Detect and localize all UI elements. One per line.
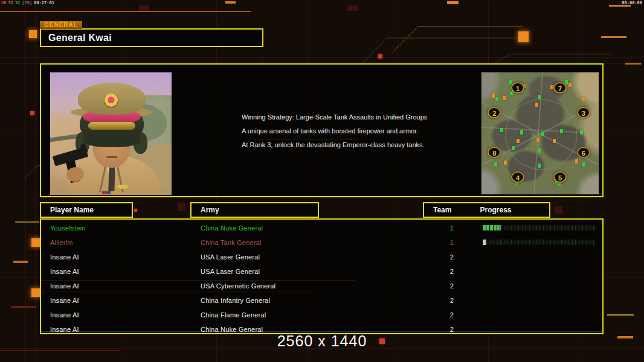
progress-bar bbox=[482, 239, 597, 246]
map-supply-marker bbox=[541, 132, 544, 136]
player-name: Insane AI bbox=[50, 297, 79, 304]
strategy-line: A unique arsenal of tanks with boosted f… bbox=[242, 124, 435, 138]
map-start-position-6: 6 bbox=[577, 147, 590, 158]
player-row: AlilerimChina Tank General1 bbox=[41, 235, 602, 250]
player-row: Insane AIUSA Laser General2 bbox=[41, 250, 602, 264]
debug-segment: 00:27:01 bbox=[34, 1, 54, 5]
map-supply-marker bbox=[500, 128, 503, 132]
deco-dash bbox=[11, 306, 36, 308]
deco-darkred-square bbox=[178, 203, 185, 211]
player-team: 2 bbox=[445, 282, 459, 290]
player-team: 2 bbox=[445, 311, 459, 319]
cap-emblem bbox=[104, 94, 118, 108]
map-start-position-4: 4 bbox=[511, 171, 524, 183]
player-row: Insane AIUSA Laser General2 bbox=[41, 264, 602, 279]
header-player-name: Player Name bbox=[40, 202, 133, 218]
ribbon-bar bbox=[102, 191, 118, 194]
debug-segment: 32 bbox=[15, 1, 20, 5]
player-army: USA Laser General bbox=[201, 268, 260, 275]
loading-screen: UR3132[59]00:27:01 00:00:00 GENERAL Gene… bbox=[0, 0, 644, 362]
map-start-position-7: 7 bbox=[553, 82, 567, 94]
player-name: Insane AI bbox=[50, 268, 79, 275]
header-army: Army bbox=[190, 202, 319, 218]
general-name-box: General Kwai bbox=[40, 28, 263, 47]
player-table: YousefsteinChina Nuke General1AlilerimCh… bbox=[40, 218, 604, 334]
deco-dash bbox=[447, 1, 459, 4]
player-army: USA Cybernetic General bbox=[201, 282, 275, 290]
map-start-position-5: 5 bbox=[553, 171, 567, 183]
player-army: USA Laser General bbox=[201, 253, 260, 261]
player-team: 1 bbox=[445, 224, 459, 232]
player-name: Insane AI bbox=[50, 253, 79, 261]
map-supply-marker bbox=[512, 146, 515, 150]
general-tag-label: GENERAL bbox=[40, 21, 82, 29]
deco-orange-square bbox=[518, 31, 529, 42]
player-row: Insane AIChina Infantry General2 bbox=[41, 293, 602, 308]
deco-darkred-square bbox=[139, 5, 149, 11]
deco-dash bbox=[601, 36, 626, 38]
debug-overlay: UR3132[59]00:27:01 bbox=[1, 1, 56, 6]
map-supply-marker bbox=[520, 130, 523, 135]
deco-dash bbox=[15, 221, 39, 223]
player-name: Insane AI bbox=[50, 282, 79, 290]
player-name: Alilerim bbox=[50, 239, 73, 246]
player-name: Insane AI bbox=[50, 311, 79, 319]
map-oil-marker bbox=[535, 103, 538, 107]
strategy-line: Winning Strategy: Large-Scale Tank Assau… bbox=[242, 110, 435, 124]
map-supply-marker bbox=[495, 97, 498, 101]
deco-orange-square bbox=[31, 288, 40, 297]
debug-segment: 31 bbox=[8, 1, 13, 5]
map-oil-marker bbox=[582, 97, 585, 101]
player-row: YousefsteinChina Nuke General1 bbox=[41, 221, 602, 235]
debug-segment: UR bbox=[1, 1, 6, 5]
map-oil-marker bbox=[517, 139, 520, 143]
mouth bbox=[106, 156, 117, 158]
header-team-progress: Team Progress bbox=[423, 202, 550, 218]
player-row: Insane AIUSA Cybernetic General2 bbox=[41, 279, 602, 293]
map-oil-marker bbox=[504, 160, 507, 165]
map-supply-marker bbox=[509, 80, 512, 84]
player-team: 2 bbox=[445, 297, 459, 304]
header-team-label: Team bbox=[424, 206, 451, 214]
player-team: 2 bbox=[445, 253, 459, 261]
map-oil-marker bbox=[568, 83, 572, 87]
map-supply-marker bbox=[494, 162, 497, 167]
deco-dash bbox=[607, 314, 634, 316]
deco-dash bbox=[13, 261, 28, 263]
tie bbox=[108, 164, 115, 193]
map-start-position-1: 1 bbox=[511, 82, 524, 94]
map-supply-marker bbox=[538, 164, 541, 168]
player-army: China Nuke General bbox=[201, 224, 263, 232]
map-oil-marker bbox=[503, 96, 506, 100]
chest-badge bbox=[117, 185, 128, 189]
player-team: 2 bbox=[445, 268, 459, 275]
player-army: China Infantry General bbox=[201, 297, 270, 304]
deco-dash bbox=[625, 63, 641, 65]
deco-red-square bbox=[30, 111, 34, 115]
strategy-text: Winning Strategy: Large-Scale Tank Assau… bbox=[242, 110, 435, 152]
debug-segment: [59] bbox=[22, 1, 32, 5]
player-army: China Flame General bbox=[201, 311, 266, 319]
map-supply-marker bbox=[538, 95, 541, 99]
deco-red-square bbox=[134, 209, 137, 212]
map-oil-marker bbox=[536, 138, 539, 142]
map-oil-marker bbox=[553, 139, 556, 143]
map-supply-marker bbox=[580, 130, 583, 135]
map-supply-marker bbox=[538, 148, 541, 153]
player-row: Insane AIChina Flame General2 bbox=[41, 308, 602, 322]
header-player-label: Player Name bbox=[41, 206, 94, 214]
deco-dash bbox=[225, 1, 236, 4]
header-progress-label: Progress bbox=[451, 206, 511, 214]
player-army: China Tank General bbox=[201, 239, 262, 246]
map-start-position-3: 3 bbox=[577, 107, 590, 118]
map-supply-marker bbox=[510, 91, 513, 95]
strategy-line: At Rank 3, unlock the devastating Empero… bbox=[242, 138, 435, 152]
progress-fill bbox=[483, 240, 486, 245]
cap-braid bbox=[88, 122, 135, 130]
helmet-rim bbox=[83, 131, 140, 147]
map-oil-marker bbox=[575, 159, 578, 164]
deco-darkred-square bbox=[347, 5, 358, 11]
deco-orange-square bbox=[31, 238, 40, 247]
general-name: General Kwai bbox=[41, 33, 112, 43]
progress-bar bbox=[482, 224, 597, 231]
